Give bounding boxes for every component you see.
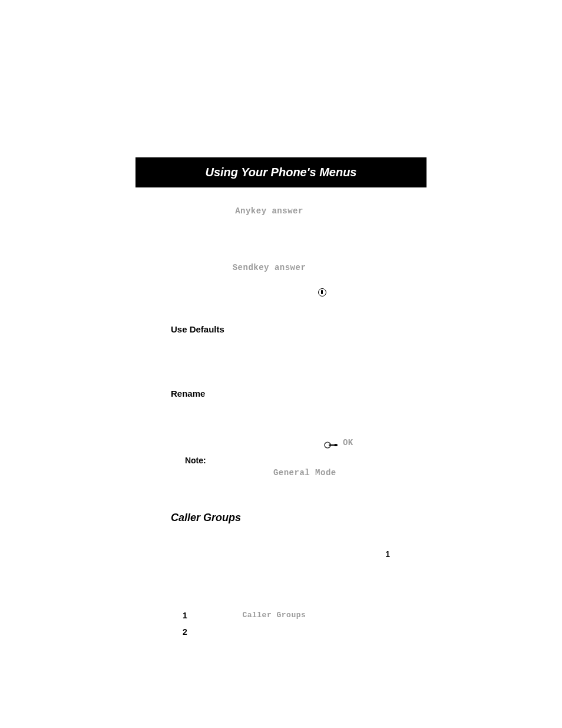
note-label: Note: [185, 456, 206, 465]
caller-groups-title: Caller Groups [171, 510, 391, 525]
option-sendkey-desc-pre: This option allows you to answer the cal… [171, 275, 362, 284]
option-sendkey-term: Sendkey answer [147, 262, 391, 274]
step-number: 1 [183, 610, 199, 621]
svg-point-1 [334, 444, 338, 446]
step-pre: Scroll to the desired group and select i… [199, 627, 333, 635]
page-header-bar: Using Your Phone's Menus [135, 157, 427, 187]
list-item: 1 Select Caller Groups . [183, 610, 391, 621]
step-pre: Select [199, 610, 220, 619]
ok-softkey-icon [324, 440, 338, 446]
option-sendkey-desc-post: key. [171, 299, 184, 308]
header-title: Using Your Phone's Menus [205, 166, 356, 179]
use-defaults-heading: Use Defaults [171, 323, 391, 336]
list-item: 2 Scroll to the desired group and select… [183, 626, 391, 638]
rename-body-post: . [356, 437, 358, 447]
steps-list: 1 Select Caller Groups . 2 Scroll to the… [183, 610, 391, 638]
step-number: 2 [183, 626, 199, 638]
note-pre: To rename a profile, the [208, 456, 295, 465]
option-anykey-desc: This option allows you to answer the cal… [171, 219, 378, 240]
option-sendkey: Sendkey answer This option allows you to… [171, 262, 391, 310]
send-key-icon [318, 288, 326, 297]
rename-ok-text: OK [343, 438, 353, 447]
rename-heading: Rename [171, 387, 391, 400]
note-mono: General Mode [273, 468, 336, 477]
step-mono: Caller Groups [242, 611, 306, 620]
option-anykey-term: Anykey answer [147, 205, 391, 217]
use-defaults-body: This option allows you to restore all of… [171, 340, 391, 363]
page-content: Anykey answer This option allows you to … [135, 205, 427, 638]
page-number: 1 [385, 549, 390, 559]
rename-body-pre: This option allows you to change the nam… [171, 405, 386, 426]
step-post: . [308, 610, 310, 619]
caller-groups-intro: Caller groups are used to group phone bo… [171, 532, 391, 601]
option-anykey: Anykey answer This option allows you to … [171, 205, 391, 242]
